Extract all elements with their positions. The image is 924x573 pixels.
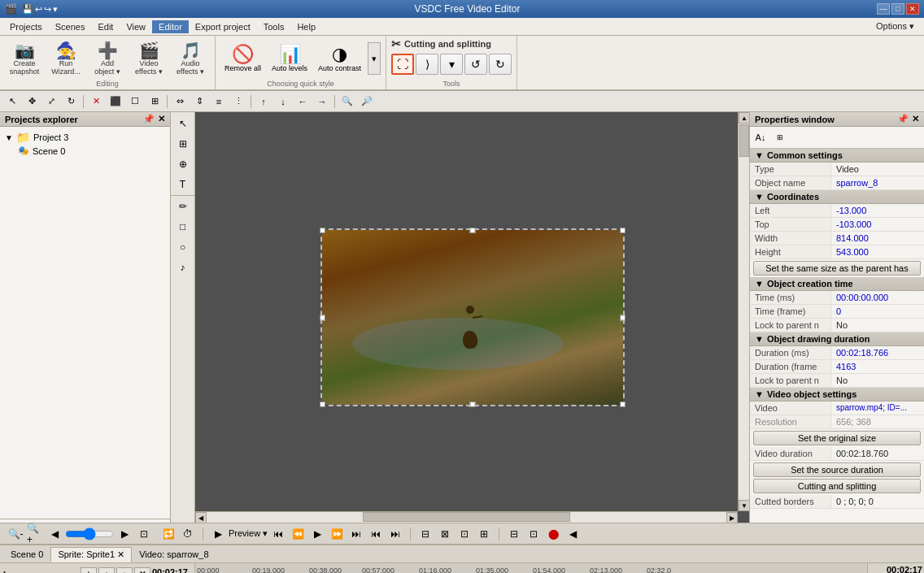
scene-tree-item[interactable]: 🎭 Scene 0	[16, 145, 167, 157]
hscroll-track[interactable]	[207, 512, 726, 523]
tool-zoom[interactable]: ⊕	[173, 154, 193, 174]
cut-btn-2[interactable]: ▾	[440, 54, 463, 75]
auto-contrast-button[interactable]: ◑ Auto contrast	[314, 41, 365, 76]
move-right-btn[interactable]: →	[313, 93, 331, 110]
handle-br[interactable]	[620, 402, 625, 407]
expand-btn[interactable]: ▾	[368, 42, 381, 75]
select-all-btn[interactable]: ⬛	[107, 93, 124, 110]
timeline-nav3[interactable]: ⊡	[455, 526, 473, 542]
cut-btn-1[interactable]: ⟩	[416, 54, 438, 75]
coordinates-header[interactable]: ▼ Coordinates	[750, 190, 924, 204]
creation-time-header[interactable]: ▼ Object creation time	[750, 277, 924, 291]
vscroll-track[interactable]	[739, 124, 749, 500]
zoom-out-btn[interactable]: 🔍-	[7, 526, 24, 542]
extra-btn1[interactable]: ⊟	[505, 526, 523, 542]
layer-move-dn-btn[interactable]: ↓	[116, 567, 133, 574]
tool-pen[interactable]: ✏	[173, 197, 193, 216]
panel-pin-icon[interactable]: 📌	[143, 114, 155, 124]
prop-sort-icon[interactable]: ⊞	[771, 128, 789, 146]
select-tool[interactable]: ↖	[3, 93, 21, 110]
move-left-btn[interactable]: ←	[294, 93, 312, 110]
original-size-button[interactable]: Set the original size	[753, 431, 921, 445]
zoom-prev[interactable]: ◀	[46, 526, 63, 542]
fit-btn[interactable]: ⊡	[135, 526, 153, 542]
layer-move-up-btn[interactable]: ↑	[98, 567, 115, 574]
transport-btn7[interactable]: ⏭	[386, 526, 404, 542]
zoom-slider[interactable]	[65, 527, 114, 540]
group-btn[interactable]: ⊞	[146, 93, 163, 110]
handle-ml[interactable]	[320, 315, 325, 320]
menu-edit[interactable]: Edit	[91, 20, 120, 33]
preview-canvas[interactable]	[195, 112, 749, 523]
handle-bl[interactable]	[320, 402, 325, 407]
options-label[interactable]: Options ▾	[870, 20, 921, 33]
remove-all-button[interactable]: 🚫 Remove all	[220, 41, 265, 76]
handle-mr[interactable]	[620, 315, 625, 320]
align-btn[interactable]: ≡	[210, 93, 228, 110]
zoom-in-btn2[interactable]: 🔍+	[26, 526, 44, 542]
handle-tm[interactable]	[469, 228, 475, 233]
menu-help[interactable]: Help	[290, 20, 322, 33]
project-tree-item[interactable]: ▼ 📁 Project 3	[3, 130, 167, 145]
timeline-tab-scene0[interactable]: Scene 0	[3, 547, 50, 562]
tool-move[interactable]: ⊞	[173, 134, 193, 154]
maximize-button[interactable]: □	[891, 3, 904, 15]
timeline-tab-sprite1[interactable]: Sprite: Sprite1 ✕	[50, 547, 132, 562]
video-container[interactable]	[322, 230, 623, 405]
audio-effects-button[interactable]: 🎵 Audio effects ▾	[171, 38, 210, 79]
cut-rotate-right[interactable]: ↻	[489, 54, 512, 75]
resize-tool[interactable]: ⤢	[42, 93, 60, 110]
handle-tr[interactable]	[620, 228, 625, 233]
tool-pointer[interactable]: ↖	[173, 114, 193, 133]
extra-btn2[interactable]: ⊡	[525, 526, 543, 542]
create-snapshot-button[interactable]: 📷 Create snapshot	[5, 38, 44, 79]
rotate-tool[interactable]: ↻	[62, 93, 80, 110]
minimize-button[interactable]: —	[877, 3, 890, 15]
move-down-btn[interactable]: ↓	[274, 93, 292, 110]
common-settings-header[interactable]: ▼ Common settings	[750, 149, 924, 163]
extra-btn3[interactable]: ⬤	[544, 526, 562, 542]
play-btn[interactable]: ▶	[209, 526, 227, 542]
zoom-next[interactable]: ▶	[116, 526, 133, 542]
layer-add-btn[interactable]: +	[81, 567, 97, 574]
tool-text[interactable]: T	[173, 175, 193, 194]
move-tool[interactable]: ✥	[23, 93, 41, 110]
distribute-btn[interactable]: ⋮	[229, 93, 247, 110]
move-up-btn[interactable]: ↑	[255, 93, 272, 110]
source-duration-button[interactable]: Set the source duration	[753, 462, 921, 477]
auto-levels-button[interactable]: 📊 Auto levels	[268, 41, 312, 76]
delete-btn[interactable]: ✕	[87, 93, 105, 110]
timeline-nav4[interactable]: ⊞	[475, 526, 493, 542]
panel-controls[interactable]: 📌 ✕	[143, 114, 165, 124]
vscroll-up[interactable]: ▲	[739, 112, 749, 124]
cut-tool-active[interactable]: ⛶	[391, 54, 414, 75]
run-wizard-button[interactable]: 🧙 Run Wizard...	[46, 38, 85, 79]
zoom-out-btn[interactable]: 🔎	[358, 93, 376, 110]
loop-btn[interactable]: 🔁	[159, 526, 177, 542]
flip-h-btn[interactable]: ⇔	[171, 93, 189, 110]
handle-tl[interactable]	[320, 228, 325, 233]
speed-btn[interactable]: ⏱	[179, 526, 197, 542]
options-button[interactable]: Options ▾	[870, 20, 921, 33]
preview-hscroll[interactable]: ◀ ▶	[195, 511, 738, 523]
cutting-splitting-button[interactable]: Cutting and splitting	[753, 479, 921, 493]
handle-bm[interactable]	[469, 402, 475, 407]
prev-frame-btn[interactable]: ⏪	[289, 526, 307, 542]
video-effects-button[interactable]: 🎬 Video effects ▾	[129, 38, 168, 79]
menu-projects[interactable]: Projects	[3, 20, 49, 33]
timeline-tab-video[interactable]: Video: sparrow_8	[132, 547, 216, 562]
extra-btn4[interactable]: ◀	[564, 526, 582, 542]
add-object-button[interactable]: ➕ Add object ▾	[88, 38, 127, 79]
hscroll-left[interactable]: ◀	[195, 512, 207, 523]
flip-v-btn[interactable]: ⇕	[190, 93, 208, 110]
vscroll-down[interactable]: ▼	[739, 500, 749, 511]
tool-music[interactable]: ♪	[173, 258, 193, 277]
video-settings-header[interactable]: ▼ Video object settings	[750, 388, 924, 402]
same-size-button[interactable]: Set the same size as the parent has	[753, 261, 921, 276]
hscroll-thumb[interactable]	[363, 512, 571, 522]
next-frame-btn[interactable]: ⏩	[328, 526, 346, 542]
menu-view[interactable]: View	[120, 20, 152, 33]
timeline-nav2[interactable]: ⊠	[436, 526, 454, 542]
tool-rect[interactable]: □	[173, 217, 193, 237]
zoom-in-btn[interactable]: 🔍	[338, 93, 356, 110]
